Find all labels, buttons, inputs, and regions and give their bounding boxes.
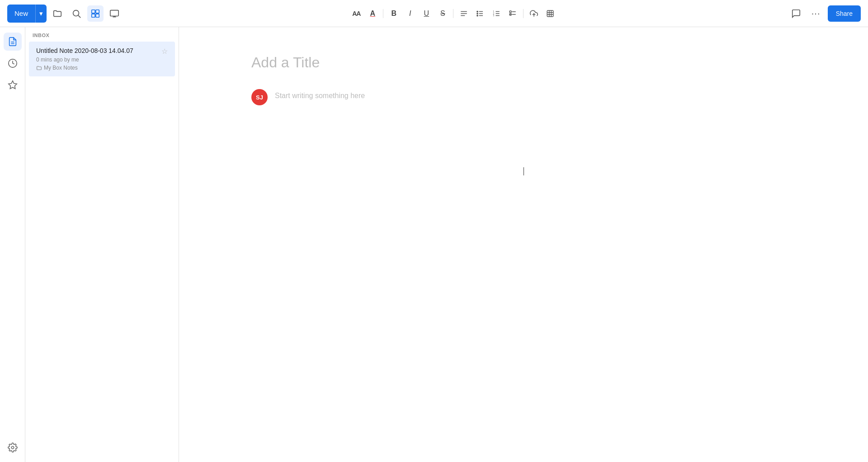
comments-button[interactable]: [788, 5, 804, 22]
sep2: [453, 9, 453, 18]
bold-icon[interactable]: B: [386, 6, 401, 21]
strikethrough-icon[interactable]: S: [435, 6, 450, 21]
svg-rect-22: [510, 11, 512, 13]
nav-notes[interactable]: [4, 33, 22, 51]
editor-body-row: SJ Start writing something here: [251, 89, 796, 105]
underline-icon[interactable]: U: [419, 6, 434, 21]
format-toolbar: AA A B I U S 123: [349, 6, 558, 21]
layout-icon[interactable]: [87, 5, 104, 22]
sidebar: INBOX Untitled Note 2020-08-03 14.04.07 …: [25, 27, 179, 462]
svg-rect-2: [92, 9, 95, 13]
checklist-icon[interactable]: [505, 6, 520, 21]
sep1: [383, 9, 383, 18]
new-button-dropdown[interactable]: ▾: [36, 5, 47, 23]
font-size-icon[interactable]: AA: [349, 6, 364, 21]
editor-area[interactable]: Add a Title SJ Start writing something h…: [179, 27, 868, 462]
align-icon[interactable]: [456, 6, 472, 21]
inbox-label: INBOX: [25, 27, 179, 41]
bullet-list-icon[interactable]: [472, 6, 488, 21]
new-button-label: New: [7, 5, 36, 23]
table-icon[interactable]: [542, 6, 558, 21]
text-cursor: [524, 167, 524, 175]
note-star-icon[interactable]: ☆: [161, 47, 168, 56]
upload-icon[interactable]: [526, 6, 542, 21]
svg-rect-4: [92, 14, 95, 17]
svg-marker-35: [8, 81, 16, 89]
nav-settings[interactable]: [4, 438, 22, 457]
svg-point-13: [477, 11, 478, 12]
svg-rect-5: [96, 14, 99, 17]
svg-point-14: [477, 13, 478, 14]
note-title: Untitled Note 2020-08-03 14.04.07: [36, 47, 161, 54]
svg-rect-3: [96, 9, 99, 13]
new-button[interactable]: New ▾: [7, 5, 47, 23]
toolbar-right: ··· Share: [788, 5, 861, 22]
main-content: INBOX Untitled Note 2020-08-03 14.04.07 …: [0, 27, 868, 462]
avatar: SJ: [251, 89, 268, 105]
svg-text:3: 3: [493, 14, 495, 17]
note-item-header: Untitled Note 2020-08-03 14.04.07 ☆: [36, 47, 168, 56]
svg-point-0: [73, 10, 79, 16]
svg-point-15: [477, 15, 478, 16]
toolbar-left: New ▾: [7, 5, 123, 23]
more-button[interactable]: ···: [808, 5, 824, 22]
svg-rect-27: [547, 10, 554, 17]
sep3: [523, 9, 524, 18]
search-icon[interactable]: [68, 5, 85, 22]
editor-title[interactable]: Add a Title: [251, 54, 796, 71]
numbered-list-icon[interactable]: 123: [489, 6, 504, 21]
main-toolbar: New ▾ AA A B I U S 123: [0, 0, 868, 27]
note-folder: My Box Notes: [36, 65, 168, 71]
note-meta: 0 mins ago by me: [36, 57, 168, 63]
font-color-icon[interactable]: A: [365, 6, 380, 21]
note-folder-name: My Box Notes: [44, 65, 78, 71]
svg-line-1: [78, 15, 80, 18]
nav-recent[interactable]: [4, 54, 22, 72]
italic-icon[interactable]: I: [402, 6, 418, 21]
nav-rail: [0, 27, 25, 462]
folder-icon[interactable]: [49, 5, 66, 22]
note-item[interactable]: Untitled Note 2020-08-03 14.04.07 ☆ 0 mi…: [29, 42, 175, 76]
svg-rect-6: [110, 10, 118, 16]
present-icon[interactable]: [106, 5, 123, 22]
editor-body-placeholder[interactable]: Start writing something here: [275, 89, 365, 100]
share-button[interactable]: Share: [828, 5, 861, 22]
svg-point-36: [11, 446, 14, 449]
nav-starred[interactable]: [4, 76, 22, 94]
